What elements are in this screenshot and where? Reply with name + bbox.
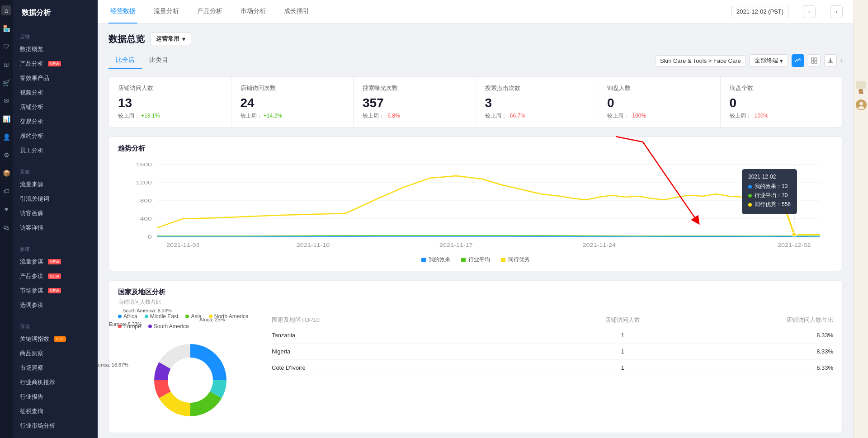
region-section: 国家及地区分析 店铺访问人数占比 Africa Middle East [108,280,843,433]
date-picker[interactable]: 2021-12-02 (PST) [731,6,788,17]
tab-成长插引[interactable]: 成长插引 [282,0,311,24]
tabs-right: Skin Care & Tools > Face Care 全部终端 ▾ › [655,54,843,67]
sidebar-section-store: 店铺 数据概览 产品分析 NEW 零效果产品 视频分析 店铺分析 交易分析 履约… [13,26,98,161]
prev-date-button[interactable]: ‹ [803,5,816,18]
chart-icon[interactable]: 📊 [1,114,11,124]
sidebar-item-市场参谋[interactable]: 市场参谋 NEW [13,283,98,298]
trend-chart-area: 1600 1200 800 400 0 2021-11-03 2021-11-1… [118,160,833,250]
svg-point-22 [858,106,864,109]
svg-rect-3 [815,61,817,63]
stat-label-3: 搜索点击次数 [485,84,589,92]
badge-hot: HOT [54,336,66,342]
svg-rect-1 [815,58,817,60]
legend-label-2: 同行优秀 [508,256,530,264]
svg-point-20 [792,233,797,236]
right-panel-label[interactable]: 常见问题 [856,81,866,89]
legend-item-0[interactable]: 我的效果 [421,256,450,264]
table-view-button[interactable] [808,54,821,67]
cart-icon[interactable]: 🛒 [1,78,11,88]
category-filter[interactable]: Skin Care & Tools > Face Care [655,55,746,66]
trend-chart-section: 趋势分析 1600 1200 800 400 0 20 [108,137,843,271]
stat-card-2: 搜索曝光次数 357 较上周： -6.8% [354,77,476,127]
trend-title: 趋势分析 [118,144,833,153]
store-icon[interactable]: 🏪 [1,24,11,33]
sidebar-item-市场洞察[interactable]: 市场洞察 [13,361,98,375]
sidebar-item-引流关键词[interactable]: 引流关键词 [13,192,98,206]
legend-item-2[interactable]: 同行优秀 [501,256,530,264]
sidebar-item-商品洞察[interactable]: 商品洞察 [13,346,98,361]
terminal-filter[interactable]: 全部终端 ▾ [750,54,788,67]
download-button[interactable] [824,54,837,67]
expand-button[interactable]: › [840,57,843,65]
preset-dropdown[interactable]: 运营常用 ▾ [150,33,191,45]
svg-text:2021-11-03: 2021-11-03 [166,243,200,248]
bag-icon[interactable]: 🛍 [1,222,11,232]
tab-比全店[interactable]: 比全店 [108,52,142,69]
chart-view-button[interactable] [792,54,804,67]
svg-text:2021-12-02: 2021-12-02 [778,243,811,248]
grid-icon[interactable]: ⊞ [1,60,11,70]
pie-dot-middleeast [145,315,148,318]
line-chart-icon [795,57,801,64]
message-icon[interactable]: ✉ [1,96,11,106]
tooltip-label-1: 行业平均：70 [755,192,788,199]
stat-value-5: 0 [730,96,834,110]
next-date-button[interactable]: › [830,5,843,18]
legend-label-0: 我的效果 [429,256,450,264]
stat-card-4: 询盘人数 0 较上周： -100% [598,77,721,127]
sidebar-item-流量来源[interactable]: 流量来源 [13,177,98,192]
tooltip-dot-1 [748,194,752,198]
sidebar-item-交易分析[interactable]: 交易分析 [13,114,98,129]
stat-card-3: 搜索点击次数 3 较上周： -66.7% [476,77,599,127]
svg-text:0: 0 [148,234,152,240]
sidebar-item-行业报告[interactable]: 行业报告 [13,390,98,404]
legend-dot-2 [501,258,505,262]
home-icon[interactable]: ⌂ [1,5,11,15]
pct-2: 8.33% [693,364,834,371]
legend-dot-1 [461,258,466,262]
sidebar-item-流量参谋[interactable]: 流量参谋 NEW [13,254,98,269]
stats-row: 店铺访问人数 13 较上周： +18.1% 店铺访问次数 24 较上周： +14… [108,76,843,127]
table-header: 国家及地区TOP10 店铺访问人数 店铺访问人数占比 [272,313,833,327]
sidebar-item-数据概览[interactable]: 数据概览 [13,42,98,57]
region-table: 国家及地区TOP10 店铺访问人数 店铺访问人数占比 Tanzania 1 8.… [272,313,833,376]
sidebar-item-征税查询[interactable]: 征税查询 [13,404,98,419]
sidebar-item-行业商机推荐[interactable]: 行业商机推荐 [13,375,98,390]
section-label-market: 市场 [13,320,98,332]
sidebar-item-产品参谋[interactable]: 产品参谋 NEW [13,269,98,283]
terminal-filter-label: 全部终端 [755,57,778,65]
heart-icon[interactable]: ♥ [1,204,11,214]
tooltip-row-1: 行业平均：70 [748,192,791,199]
legend-item-1[interactable]: 行业平均 [461,256,490,264]
stat-value-4: 0 [607,96,711,110]
sidebar-item-视频分析[interactable]: 视频分析 [13,85,98,100]
bottom-content: Africa Middle East Asia North Ameri [118,313,833,425]
shield-icon[interactable]: 🛡 [1,42,11,52]
tab-市场分析[interactable]: 市场分析 [239,0,268,24]
sidebar-item-访客画像[interactable]: 访客画像 [13,206,98,221]
sidebar-item-店铺分析[interactable]: 店铺分析 [13,100,98,114]
sidebar-item-产品分析[interactable]: 产品分析 NEW [13,57,98,71]
tag-icon[interactable]: 🏷 [1,186,11,196]
sidebar-item-员工分析[interactable]: 员工分析 [13,143,98,158]
sidebar-item-访客详情[interactable]: 访客详情 [13,221,98,235]
sidebar-item-选词参谋[interactable]: 选词参谋 [13,298,98,312]
sidebar-item-行业市场分析[interactable]: 行业市场分析 [13,419,98,433]
stat-value-1: 24 [241,96,344,110]
stat-change-value-0: +18.1% [141,113,160,119]
settings-icon[interactable]: ⚙ [1,150,11,160]
people-icon[interactable]: 👤 [1,132,11,142]
sidebar-item-履约分析[interactable]: 履约分析 [13,129,98,143]
sidebar-item-关键词指数[interactable]: 关键词指数 HOT [13,332,98,346]
sidebar-item-零效果产品[interactable]: 零效果产品 [13,71,98,85]
visits-1: 1 [552,348,693,355]
pie-legend-label-southamerica: South America [154,323,189,330]
box-icon[interactable]: 📦 [1,168,11,178]
tab-比类目[interactable]: 比类目 [142,52,175,69]
svg-text:400: 400 [140,216,152,221]
tab-经营数据[interactable]: 经营数据 [108,0,137,24]
tab-流量分析[interactable]: 流量分析 [152,0,181,24]
svg-point-21 [859,102,863,105]
tab-产品分析[interactable]: 产品分析 [195,0,224,24]
badge-new-3: NEW [48,273,61,279]
